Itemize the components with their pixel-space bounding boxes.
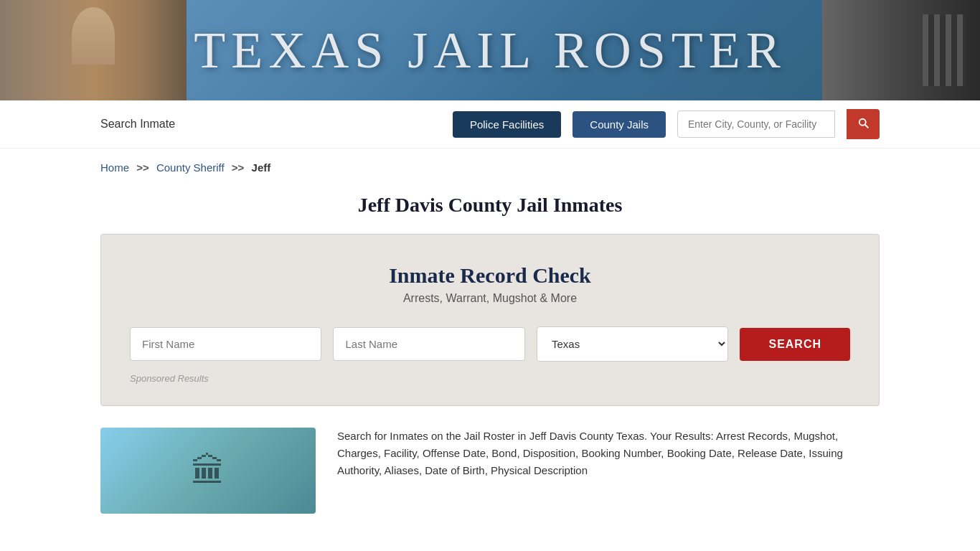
banner-capitol-image	[0, 0, 187, 100]
sponsored-results-label: Sponsored Results	[130, 373, 850, 384]
banner-title: Texas Jail Roster	[194, 21, 786, 80]
header-banner: Texas Jail Roster	[0, 0, 980, 100]
search-inmate-label: Search Inmate	[100, 118, 175, 131]
breadcrumb-home[interactable]: Home	[100, 161, 129, 174]
first-name-input[interactable]	[130, 327, 321, 361]
search-submit-button[interactable]: SEARCH	[740, 328, 850, 361]
bottom-image	[100, 428, 316, 514]
breadcrumb: Home >> County Sheriff >> Jeff	[0, 149, 980, 187]
breadcrumb-county-sheriff[interactable]: County Sheriff	[156, 161, 225, 174]
panel-subtitle: Arrests, Warrant, Mugshot & More	[130, 292, 850, 305]
facility-search-input[interactable]	[677, 110, 835, 138]
search-icon	[857, 116, 870, 129]
state-select[interactable]: AlabamaAlaskaArizonaArkansas CaliforniaC…	[537, 326, 728, 362]
nav-bar: Search Inmate Police Facilities County J…	[0, 100, 980, 149]
breadcrumb-sep-2: >>	[232, 161, 245, 174]
panel-title: Inmate Record Check	[130, 263, 850, 288]
search-panel: Inmate Record Check Arrests, Warrant, Mu…	[100, 234, 880, 406]
police-facilities-button[interactable]: Police Facilities	[453, 111, 561, 138]
breadcrumb-current: Jeff	[252, 161, 271, 174]
page-title: Jeff Davis County Jail Inmates	[0, 194, 980, 217]
county-jails-button[interactable]: County Jails	[573, 111, 666, 138]
last-name-input[interactable]	[333, 327, 524, 361]
facility-search-button[interactable]	[847, 109, 880, 139]
breadcrumb-sep-1: >>	[136, 161, 149, 174]
bottom-section: Search for Inmates on the Jail Roster in…	[100, 428, 880, 514]
search-fields: AlabamaAlaskaArizonaArkansas CaliforniaC…	[130, 326, 850, 362]
bottom-description: Search for Inmates on the Jail Roster in…	[337, 428, 880, 514]
banner-right-image	[822, 0, 980, 100]
